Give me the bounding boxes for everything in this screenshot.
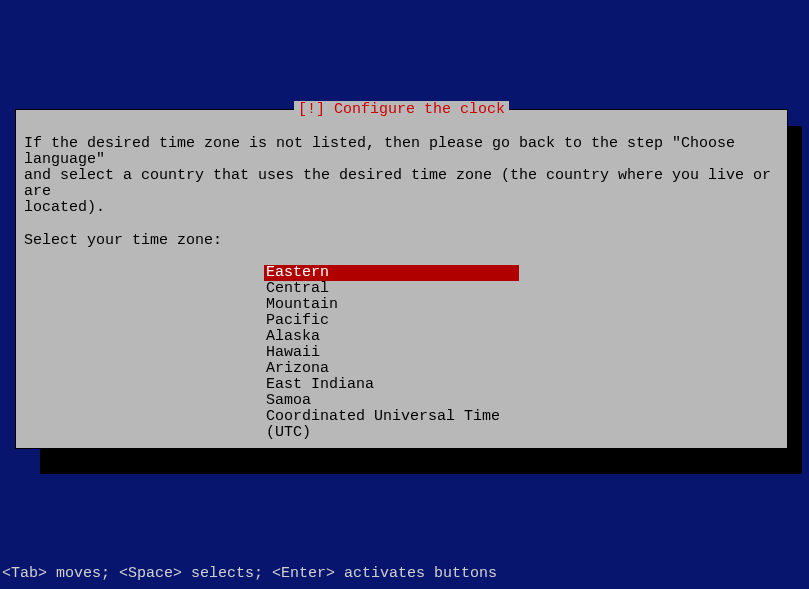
timezone-item-pacific[interactable]: Pacific: [264, 313, 519, 329]
dialog-title: [!] Configure the clock: [294, 101, 509, 118]
timezone-item-mountain[interactable]: Mountain: [264, 297, 519, 313]
timezone-item-samoa[interactable]: Samoa: [264, 393, 519, 409]
dialog-content: If the desired time zone is not listed, …: [16, 110, 787, 484]
timezone-item-utc[interactable]: Coordinated Universal Time (UTC): [264, 409, 519, 441]
dialog-title-bar: [!] Configure the clock: [16, 101, 787, 118]
timezone-item-hawaii[interactable]: Hawaii: [264, 345, 519, 361]
timezone-list: Eastern Central Mountain Pacific Alaska …: [264, 265, 779, 441]
configure-clock-dialog: [!] Configure the clock If the desired t…: [15, 109, 788, 449]
timezone-item-eastern[interactable]: Eastern: [264, 265, 519, 281]
go-back-button[interactable]: <Go Back>: [72, 457, 779, 474]
timezone-item-central[interactable]: Central: [264, 281, 519, 297]
help-bar: <Tab> moves; <Space> selects; <Enter> ac…: [2, 565, 497, 582]
instruction-text: If the desired time zone is not listed, …: [24, 136, 779, 216]
timezone-item-alaska[interactable]: Alaska: [264, 329, 519, 345]
prompt-text: Select your time zone:: [24, 232, 779, 249]
timezone-item-east-indiana[interactable]: East Indiana: [264, 377, 519, 393]
timezone-item-arizona[interactable]: Arizona: [264, 361, 519, 377]
